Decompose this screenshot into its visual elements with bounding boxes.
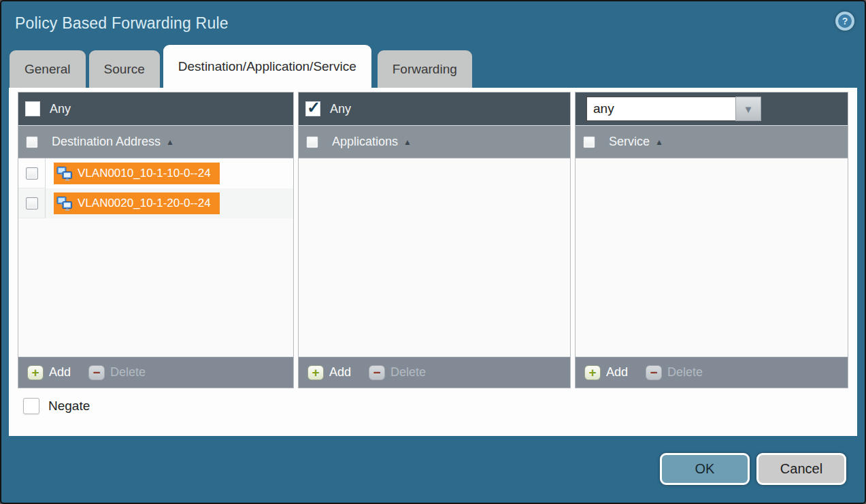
- applications-column-label: Applications: [332, 135, 398, 149]
- applications-add-button[interactable]: + Add: [307, 365, 351, 380]
- row-checkbox-cell: [18, 188, 46, 218]
- row-checkbox[interactable]: [26, 197, 38, 209]
- destination-column-header: Destination Address ▲: [18, 126, 293, 158]
- tab-bar: General Source Destination/Application/S…: [1, 45, 865, 88]
- policy-based-forwarding-dialog: Policy Based Forwarding Rule ? General S…: [0, 0, 866, 504]
- destination-delete-button[interactable]: − Delete: [88, 365, 146, 380]
- sort-ascending-icon[interactable]: ▲: [403, 137, 412, 147]
- row-checkbox-cell: [18, 158, 46, 188]
- add-icon: +: [584, 365, 601, 380]
- delete-icon: −: [646, 365, 662, 380]
- sort-ascending-icon[interactable]: ▲: [655, 137, 663, 147]
- applications-list: [299, 158, 570, 356]
- service-dropdown-button[interactable]: ▼: [735, 97, 761, 121]
- destination-add-button[interactable]: + Add: [27, 365, 71, 380]
- negate-checkbox[interactable]: [23, 398, 39, 414]
- service-panel: any ▼ Service ▲ + Add −: [575, 92, 848, 388]
- tab-general[interactable]: General: [10, 50, 86, 88]
- dialog-title: Policy Based Forwarding Rule: [15, 14, 229, 33]
- applications-any-label: Any: [330, 102, 351, 116]
- service-add-button[interactable]: + Add: [584, 365, 628, 380]
- destination-any-bar: Any: [18, 93, 293, 126]
- add-icon: +: [27, 365, 44, 380]
- address-object-name: VLAN0020_10-1-20-0--24: [78, 197, 211, 210]
- table-row[interactable]: VLAN0020_10-1-20-0--24: [18, 188, 293, 218]
- address-object-chip[interactable]: VLAN0010_10-1-10-0--24: [54, 163, 220, 184]
- add-icon: +: [307, 365, 324, 380]
- delete-icon: −: [88, 365, 105, 380]
- chevron-down-icon: ▼: [744, 103, 754, 115]
- destination-select-all-checkbox[interactable]: [26, 136, 38, 148]
- address-object-name: VLAN0010_10-1-10-0--24: [78, 167, 211, 180]
- panels-container: Any Destination Address ▲: [9, 88, 857, 388]
- tab-source[interactable]: Source: [89, 50, 160, 88]
- sort-ascending-icon[interactable]: ▲: [166, 137, 174, 147]
- applications-any-bar: ✓ Any: [299, 93, 570, 126]
- tab-forwarding[interactable]: Forwarding: [378, 50, 472, 88]
- table-row[interactable]: VLAN0010_10-1-10-0--24: [18, 158, 293, 188]
- service-column-header: Service ▲: [576, 126, 848, 158]
- cancel-button[interactable]: Cancel: [756, 453, 846, 485]
- address-object-icon: [56, 197, 73, 211]
- applications-any-checkbox[interactable]: ✓: [305, 101, 320, 116]
- checkmark-icon: ✓: [307, 98, 320, 117]
- help-icon[interactable]: ?: [835, 12, 854, 31]
- applications-panel: ✓ Any Applications ▲ + Add − Dele: [298, 92, 571, 388]
- dialog-titlebar: Policy Based Forwarding Rule ?: [1, 1, 865, 45]
- service-column-label: Service: [609, 135, 650, 149]
- applications-toolbar: + Add − Delete: [299, 356, 570, 388]
- negate-row: Negate: [23, 398, 857, 414]
- service-dropdown-value[interactable]: any: [586, 97, 735, 121]
- service-list: [576, 158, 848, 356]
- applications-column-header: Applications ▲: [299, 126, 570, 158]
- ok-button[interactable]: OK: [660, 453, 750, 485]
- tab-content: Any Destination Address ▲: [9, 88, 857, 436]
- destination-column-label: Destination Address: [52, 135, 161, 149]
- service-select-all-checkbox[interactable]: [583, 136, 595, 148]
- destination-any-checkbox[interactable]: [25, 101, 40, 116]
- destination-list: VLAN0010_10-1-10-0--24: [18, 158, 293, 356]
- applications-delete-button[interactable]: − Delete: [369, 365, 426, 380]
- delete-icon: −: [369, 365, 385, 380]
- address-object-icon: [56, 167, 73, 181]
- negate-label: Negate: [48, 399, 90, 414]
- dialog-footer: OK Cancel: [1, 435, 865, 503]
- row-checkbox[interactable]: [26, 167, 38, 180]
- destination-toolbar: + Add − Delete: [18, 356, 293, 388]
- service-dropdown-bar: any ▼: [576, 93, 848, 126]
- service-toolbar: + Add − Delete: [576, 356, 848, 388]
- tab-destination-application-service[interactable]: Destination/Application/Service: [163, 45, 371, 88]
- service-delete-button[interactable]: − Delete: [646, 365, 703, 380]
- destination-address-panel: Any Destination Address ▲: [18, 92, 294, 388]
- destination-any-label: Any: [50, 102, 71, 116]
- address-object-chip[interactable]: VLAN0020_10-1-20-0--24: [54, 192, 220, 214]
- service-dropdown[interactable]: any ▼: [586, 97, 761, 121]
- applications-select-all-checkbox[interactable]: [306, 136, 318, 148]
